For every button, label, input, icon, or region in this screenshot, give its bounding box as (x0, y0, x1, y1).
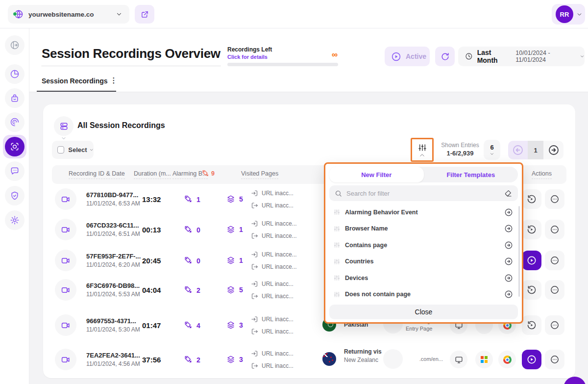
exit-url: URL inacc... (262, 328, 294, 335)
tab-session-recordings[interactable]: Session Recordings (42, 77, 108, 85)
alarming-count: 0 (196, 256, 200, 264)
select-label: Select (68, 146, 87, 154)
arrow-right-circle-icon[interactable] (504, 208, 513, 217)
active-status-button[interactable]: Active (385, 47, 430, 66)
arrow-left-circle-icon (512, 144, 524, 156)
arrow-right-circle-icon[interactable] (504, 274, 513, 282)
next-page-button[interactable] (543, 141, 564, 159)
column-visited-pages[interactable]: Visited Pages (241, 170, 278, 179)
pages-count: 1 (239, 226, 243, 233)
recording-id: 677810BD-9477... (86, 191, 140, 199)
arrow-right-circle-icon[interactable] (504, 241, 513, 250)
video-camera-icon (55, 250, 76, 271)
sidebar-item-session-recordings[interactable] (3, 135, 26, 158)
recording-id: 067CD323-6C11... (86, 222, 140, 229)
session-recordings-icon (5, 137, 24, 156)
exit-url: URL inacce... (262, 263, 297, 270)
arrow-right-circle-icon[interactable] (504, 224, 513, 233)
replay-button[interactable] (522, 280, 541, 300)
recordings-left-details-link[interactable]: Click for details (227, 54, 268, 60)
filter-option-countries[interactable]: Countries (329, 254, 517, 270)
chat-icon[interactable] (5, 161, 24, 181)
page-size-select[interactable]: 6 (484, 140, 500, 160)
column-recording-id[interactable]: Recording ID & Date (69, 170, 125, 179)
select-button[interactable]: Select (52, 141, 94, 159)
pages-count: 5 (239, 286, 243, 294)
shield-check-icon[interactable] (5, 186, 24, 205)
website-selector[interactable]: yourwebsitename.co (8, 5, 129, 24)
video-camera-icon (55, 279, 76, 301)
open-website-button[interactable] (135, 5, 154, 24)
close-filter-button[interactable]: Close (329, 305, 518, 319)
bag-icon[interactable] (5, 88, 24, 108)
scrollbar[interactable] (518, 206, 520, 297)
entry-page-icon (251, 315, 258, 323)
chevron-down-icon (116, 11, 122, 18)
play-recording-button[interactable] (522, 350, 541, 369)
sliders-icon (334, 258, 340, 265)
date-range-picker[interactable]: Last Month 10/01/2024 - 11/01/2024 (458, 47, 585, 66)
database-icon[interactable] (54, 116, 74, 136)
tag-icon (184, 356, 193, 364)
collapse-icon[interactable] (5, 35, 24, 55)
layers-icon (226, 355, 235, 364)
filter-search-input[interactable] (346, 190, 504, 197)
replay-icon (527, 285, 537, 295)
column-duration[interactable]: Duration (m... (134, 170, 171, 179)
tab-menu-kebab-icon[interactable]: ⋮ (110, 76, 118, 86)
replay-button[interactable] (522, 220, 541, 239)
filter-option-devices[interactable]: Devices (329, 270, 517, 286)
chevron-up-icon (419, 153, 425, 157)
filter-option-browser-name[interactable]: Browser Name (329, 221, 517, 237)
radar-icon[interactable] (5, 112, 24, 132)
filter-option-does-not-contain-page[interactable]: Does not contain page (329, 286, 517, 303)
top-bar: yourwebsitename.co RR (0, 0, 588, 28)
exit-page-icon (251, 202, 258, 209)
video-camera-icon (55, 219, 76, 240)
replay-button[interactable] (522, 315, 541, 335)
filter-button[interactable] (412, 139, 433, 161)
refresh-button[interactable] (435, 47, 455, 66)
tab-new-filter[interactable]: New Filter (329, 167, 424, 182)
exit-page-icon (251, 362, 258, 369)
prev-page-button[interactable] (508, 141, 528, 159)
tag-icon (184, 226, 193, 234)
filter-option-contains-page[interactable]: Contains page (329, 237, 517, 254)
select-checkbox[interactable] (57, 146, 64, 154)
pie-chart-icon[interactable] (5, 64, 24, 84)
user-menu[interactable]: RR (552, 4, 585, 25)
replay-button[interactable] (522, 189, 541, 209)
tab-filter-templates[interactable]: Filter Templates (424, 167, 518, 182)
filter-option-alarming-behavior-event[interactable]: Alarming Behavior Event (329, 204, 517, 221)
more-actions-button[interactable] (545, 251, 564, 270)
more-actions-button[interactable] (545, 350, 564, 369)
entry-page-icon (251, 251, 258, 258)
table-row: 7EA2FEA2-3641...11/01/2024, 4:56 AM 37:5… (52, 342, 566, 377)
entry-page-icon (251, 189, 258, 197)
chevron-down-icon (61, 135, 67, 140)
entry-url: URL inacce... (262, 220, 297, 227)
entry-page-icon (251, 350, 258, 357)
website-name: yourwebsitename.co (28, 11, 94, 18)
filter-search (329, 185, 518, 201)
play-circle-icon (391, 51, 401, 62)
column-actions[interactable]: Actions (532, 170, 552, 179)
more-actions-button[interactable] (545, 189, 564, 209)
layers-icon (226, 321, 235, 330)
globe-icon (14, 9, 24, 19)
more-actions-button[interactable] (545, 280, 564, 300)
sliders-icon (334, 275, 340, 281)
ellipsis-icon (550, 194, 560, 204)
entry-url: URL inacc... (262, 190, 294, 197)
eraser-icon[interactable] (504, 189, 512, 197)
play-recording-button[interactable] (522, 251, 541, 270)
tag-icon (184, 321, 193, 330)
duration: 37:56 (142, 356, 161, 364)
arrow-right-circle-icon[interactable] (504, 257, 513, 266)
arrow-right-circle-icon[interactable] (504, 290, 513, 299)
video-camera-icon (55, 314, 76, 336)
sliders-icon (334, 226, 340, 232)
more-actions-button[interactable] (545, 315, 564, 335)
more-actions-button[interactable] (545, 220, 564, 239)
settings-icon[interactable] (5, 210, 24, 230)
